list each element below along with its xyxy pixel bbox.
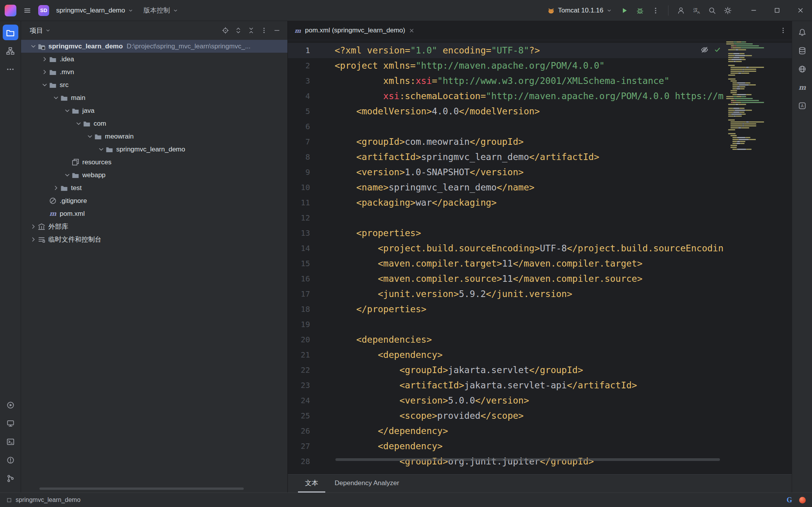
tree-item-scratches-consoles[interactable]: 临时文件和控制台 <box>21 233 287 246</box>
tree-chevron-right-icon[interactable] <box>40 55 49 64</box>
debug-button[interactable] <box>633 4 647 18</box>
tree-item-main[interactable]: main <box>21 91 287 104</box>
editor-bottom-tab-dependency-analyzer[interactable]: Dependency Analyzer <box>328 475 406 493</box>
locate-file-icon[interactable] <box>222 27 229 34</box>
tree-item-meowrain[interactable]: meowrain <box>21 130 287 143</box>
project-button[interactable] <box>3 25 18 40</box>
endpoints-button[interactable] <box>794 61 810 77</box>
tree-indent <box>63 158 71 167</box>
highlighting-eye-icon[interactable] <box>700 46 709 54</box>
close-button[interactable] <box>789 0 812 21</box>
project-widget[interactable]: springmvc_learn_demo <box>53 4 137 17</box>
project-view-selector[interactable]: 项目 <box>30 26 51 35</box>
editor-tab-pom-xml[interactable]: m pom.xml (springmvc_learn_demo) <box>288 21 420 40</box>
editor-horizontal-scrollbar[interactable] <box>335 458 720 461</box>
options-icon[interactable] <box>261 27 268 34</box>
close-icon[interactable] <box>409 28 415 34</box>
tree-item-pom-xml[interactable]: mpom.xml <box>21 207 287 220</box>
editor-bottom-tab-text[interactable]: 文本 <box>298 475 325 493</box>
tree-item-label: src <box>60 81 69 89</box>
code-line: <groupId>com.meowrain</groupId> <box>335 134 726 149</box>
tree-chevron-down-icon[interactable] <box>74 119 83 128</box>
settings-button[interactable] <box>721 4 735 18</box>
code-editor[interactable]: <?xml version="1.0" encoding="UTF-8"?><p… <box>335 43 726 475</box>
vcs-widget[interactable]: 版本控制 <box>140 4 181 17</box>
collapse-all-icon[interactable] <box>248 27 255 34</box>
tree-item-webapp[interactable]: webapp <box>21 169 287 181</box>
line-number: 27 <box>288 439 310 454</box>
tree-chevron-right-icon[interactable] <box>29 222 37 231</box>
tree-chevron-down-icon[interactable] <box>40 81 49 89</box>
tree-chevron-down-icon[interactable] <box>63 171 71 180</box>
more-tools-button[interactable] <box>3 61 18 77</box>
tree-item-label: java <box>82 107 94 115</box>
hide-icon[interactable] <box>273 27 280 34</box>
no-problems-check-icon[interactable] <box>714 46 721 53</box>
tree-item-test[interactable]: test <box>21 181 287 194</box>
structure-button[interactable] <box>3 43 18 59</box>
tree-item-external-libraries[interactable]: 外部库 <box>21 220 287 233</box>
minimize-button[interactable] <box>742 0 765 21</box>
problems-button[interactable] <box>3 452 18 468</box>
tree-item-java[interactable]: java <box>21 104 287 117</box>
tree-item-mvn[interactable]: .mvn <box>21 66 287 78</box>
translate-button[interactable]: 汉A <box>690 4 704 18</box>
line-number: 21 <box>288 347 310 363</box>
tree-item-com[interactable]: com <box>21 117 287 130</box>
run-configuration-widget[interactable]: Tomcat 10.1.16 <box>543 4 616 17</box>
run-configuration-label: Tomcat 10.1.16 <box>558 7 603 14</box>
tree-chevron-down-icon[interactable] <box>97 145 105 154</box>
terminal-button[interactable] <box>3 434 18 450</box>
search-everywhere-button[interactable] <box>705 4 719 18</box>
folder-icon <box>71 107 82 115</box>
run-tool-button[interactable] <box>3 397 18 413</box>
database-button[interactable] <box>794 43 810 59</box>
maximize-button[interactable] <box>765 0 789 21</box>
vcs-widget-label: 版本控制 <box>144 6 170 15</box>
tree-chevron-down-icon[interactable] <box>29 42 37 51</box>
library-icon <box>37 222 48 231</box>
code-with-me-button[interactable] <box>674 4 688 18</box>
code-line: <version>5.0.0</version> <box>335 393 726 408</box>
line-number: 15 <box>288 256 310 271</box>
project-horizontal-scrollbar[interactable] <box>39 487 244 490</box>
line-number: 28 <box>288 454 310 469</box>
line-number: 26 <box>288 423 310 439</box>
tree-chevron-down-icon[interactable] <box>63 107 71 115</box>
tree-item-resources[interactable]: resources <box>21 156 287 169</box>
tree-item-springmvc-learn-demo-pkg[interactable]: springmvc_learn_demo <box>21 143 287 156</box>
project-tool-window: 项目 springmvc_learn_demoD:\project\spring… <box>21 21 288 493</box>
tree-item-gitignore[interactable]: .gitignore <box>21 194 287 207</box>
tree-chevron-right-icon[interactable] <box>51 184 60 192</box>
tree-chevron-down-icon[interactable] <box>51 94 60 102</box>
run-button[interactable] <box>617 4 631 18</box>
more-actions-button[interactable] <box>649 4 663 18</box>
code-line <box>335 317 726 332</box>
notifications-button[interactable] <box>794 25 810 40</box>
expand-all-icon[interactable] <box>235 27 242 34</box>
tree-chevron-right-icon[interactable] <box>40 68 49 76</box>
tree-chevron-right-icon[interactable] <box>29 235 37 244</box>
line-number: 6 <box>288 119 310 134</box>
line-number: 10 <box>288 180 310 195</box>
event-icon[interactable] <box>799 497 806 503</box>
ai-assistant-button[interactable]: A <box>794 98 810 114</box>
workspace-icon <box>6 497 12 503</box>
line-number: 16 <box>288 271 310 286</box>
tree-item-src[interactable]: src <box>21 78 287 91</box>
tree-item-project-root[interactable]: springmvc_learn_demoD:\project\spring_mv… <box>21 40 287 53</box>
tree-chevron-down-icon[interactable] <box>85 132 94 141</box>
tab-options-icon[interactable] <box>780 27 787 34</box>
tree-item-label: main <box>71 94 85 102</box>
translate-plugin-icon[interactable]: G <box>787 496 792 504</box>
services-button[interactable] <box>3 416 18 431</box>
code-line <box>335 119 726 134</box>
minimap[interactable] <box>726 41 791 150</box>
tree-item-idea[interactable]: .idea <box>21 53 287 66</box>
maven-button[interactable]: m <box>794 80 810 95</box>
project-panel-title: 项目 <box>30 26 43 35</box>
code-line: <scope>provided</scope> <box>335 408 726 423</box>
hamburger-menu-icon[interactable] <box>20 4 34 18</box>
version-control-tool-button[interactable] <box>3 471 18 486</box>
tree-item-label: pom.xml <box>60 210 85 218</box>
